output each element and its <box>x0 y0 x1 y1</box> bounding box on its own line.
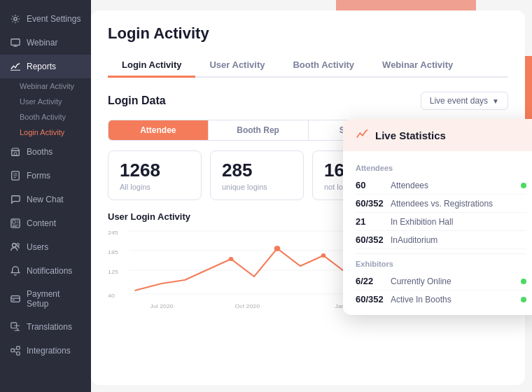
dropdown-label: Live event days <box>430 96 488 106</box>
stat-row-currently-online: 6/22 Currently Online <box>356 272 526 290</box>
content-icon <box>10 218 21 229</box>
notification-icon <box>10 265 21 276</box>
sidebar-label-content: Content <box>27 218 56 228</box>
translations-icon <box>10 321 21 332</box>
tabs-bar: Login Activity User Activity Booth Activ… <box>108 54 508 78</box>
payment-icon <box>10 293 21 304</box>
stat-value-all-logins: 1268 <box>120 160 190 181</box>
sidebar-item-booths[interactable]: Booths <box>0 140 91 164</box>
svg-rect-22 <box>17 346 20 349</box>
exhibitors-group-title: Exhibitors <box>356 260 526 268</box>
sidebar-item-integrations[interactable]: Integrations <box>0 339 91 363</box>
tab-webinar-activity[interactable]: Webinar Activity <box>368 54 467 78</box>
users-icon <box>10 241 21 253</box>
tab-login-activity[interactable]: Login Activity <box>108 54 195 78</box>
svg-text:125: 125 <box>108 268 118 275</box>
stat-row-exhibition-hall: 21 In Exhibition Hall <box>356 213 526 231</box>
sidebar-item-login-activity[interactable]: Login Activity <box>20 125 91 140</box>
svg-text:185: 185 <box>108 248 118 255</box>
sidebar-label-translations: Translations <box>27 322 72 332</box>
sidebar-label-payment-setup: Payment Setup <box>27 289 81 309</box>
svg-rect-19 <box>13 300 15 300</box>
chat-icon <box>10 194 21 205</box>
sidebar-label-event-settings: Event Settings <box>27 14 80 24</box>
live-stats-body: Attendees 60 Attendees 60/352 Attendees … <box>343 151 532 315</box>
stat-row-attendees-count: 60 Attendees <box>356 176 526 195</box>
sidebar-item-forms[interactable]: Forms <box>0 164 91 188</box>
role-tab-booth-rep[interactable]: Booth Rep <box>209 120 309 140</box>
svg-rect-3 <box>12 150 20 155</box>
svg-rect-21 <box>11 349 14 351</box>
live-stats-header: Live Statistics <box>343 119 532 151</box>
sidebar-item-notifications[interactable]: Notifications <box>0 259 91 283</box>
svg-rect-10 <box>13 220 15 223</box>
svg-text:40: 40 <box>108 292 115 299</box>
sidebar-submenu-reports: Webinar Activity User Activity Booth Act… <box>0 78 91 140</box>
stat-row-attendees-vs-reg: 60/352 Attendees vs. Registrations <box>356 195 526 213</box>
status-dot-active-booths <box>521 297 526 302</box>
booths-icon <box>10 146 21 158</box>
stat-desc-auditorium: InAuditorium <box>391 235 526 245</box>
date-range-dropdown[interactable]: Live event days ▼ <box>421 92 508 110</box>
chevron-down-icon: ▼ <box>492 97 499 105</box>
sidebar-label-webinar-activity: Webinar Activity <box>20 82 74 90</box>
role-tab-attendee[interactable]: Attendee <box>108 120 209 140</box>
svg-rect-23 <box>17 352 20 355</box>
sidebar-label-login-activity: Login Activity <box>20 128 64 136</box>
sidebar-item-translations[interactable]: Translations <box>0 315 91 339</box>
stat-value-unique-logins: 285 <box>222 160 292 181</box>
stat-row-auditorium: 60/352 InAuditorium <box>356 231 526 249</box>
sidebar-label-notifications: Notifications <box>27 266 72 276</box>
sidebar-label-booths: Booths <box>27 147 52 157</box>
sidebar: Event Settings Webinar Reports Webinar A… <box>0 0 91 392</box>
sidebar-label-webinar: Webinar <box>27 38 57 48</box>
svg-point-38 <box>274 246 281 251</box>
sidebar-label-user-activity: User Activity <box>20 97 62 106</box>
tab-booth-activity[interactable]: Booth Activity <box>279 54 368 78</box>
stat-card-unique-logins: 285 unique logins <box>210 150 304 200</box>
stat-num-attendees: 60 <box>356 180 391 190</box>
sidebar-label-integrations: Integrations <box>27 346 71 356</box>
status-dot-attendees <box>521 183 526 188</box>
svg-point-16 <box>17 244 20 246</box>
status-dot-currently-online <box>521 279 526 284</box>
sidebar-item-webinar[interactable]: Webinar <box>0 31 91 55</box>
integrations-icon <box>10 345 21 356</box>
stat-num-active-in-booths: 60/352 <box>356 294 391 304</box>
sidebar-item-webinar-activity[interactable]: Webinar Activity <box>20 78 91 94</box>
svg-point-0 <box>14 18 17 20</box>
svg-text:Jul 2020: Jul 2020 <box>150 302 174 309</box>
sidebar-item-reports[interactable]: Reports <box>0 55 91 78</box>
sidebar-item-event-settings[interactable]: Event Settings <box>0 7 91 31</box>
live-stats-card: Live Statistics Attendees 60 Attendees 6… <box>343 119 532 315</box>
stat-label-all-logins: All logins <box>120 183 190 191</box>
forms-icon <box>10 170 21 181</box>
stat-desc-currently-online: Currently Online <box>391 276 517 286</box>
stat-row-active-in-booths: 60/352 Active In Booths <box>356 290 526 308</box>
stat-num-currently-online: 6/22 <box>356 276 391 286</box>
attendees-group-title: Attendees <box>356 164 526 172</box>
reports-icon <box>10 61 21 72</box>
svg-text:Oct 2020: Oct 2020 <box>235 302 260 309</box>
sidebar-item-user-activity[interactable]: User Activity <box>20 94 91 109</box>
sidebar-label-reports: Reports <box>27 62 56 71</box>
svg-line-25 <box>14 351 17 354</box>
tab-user-activity[interactable]: User Activity <box>195 54 279 78</box>
login-data-title: Login Data <box>108 94 166 107</box>
sidebar-item-users[interactable]: Users <box>0 235 91 259</box>
stat-num-exhibition-hall: 21 <box>356 216 391 227</box>
stat-num-attendees-vs-reg: 60/352 <box>356 198 391 209</box>
sidebar-item-new-chat[interactable]: New Chat <box>0 188 91 211</box>
svg-rect-17 <box>11 296 20 302</box>
sidebar-item-payment-setup[interactable]: Payment Setup <box>0 283 91 315</box>
page-title: Login Activity <box>108 24 508 43</box>
stat-desc-attendees-vs-reg: Attendees vs. Registrations <box>391 199 526 209</box>
sidebar-item-content[interactable]: Content <box>0 211 91 235</box>
sidebar-label-users: Users <box>27 242 48 252</box>
svg-text:245: 245 <box>108 229 118 236</box>
stat-label-unique-logins: unique logins <box>222 183 292 191</box>
sidebar-item-booth-activity[interactable]: Booth Activity <box>20 109 91 125</box>
sidebar-label-new-chat: New Chat <box>27 195 64 204</box>
stat-desc-attendees: Attendees <box>391 181 517 190</box>
chart-trend-icon <box>356 127 368 143</box>
